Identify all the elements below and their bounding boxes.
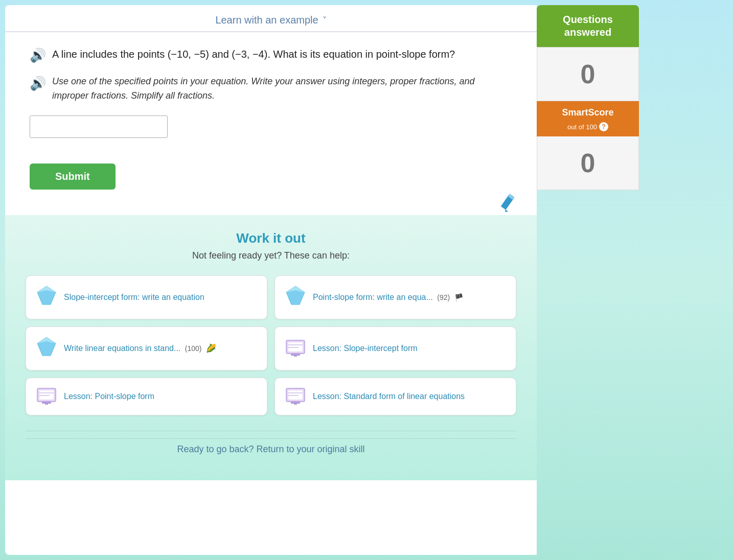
flag-icon-2: 🏴 — [454, 293, 463, 301]
question-area: 🔊 A line includes the points (−10, −5) a… — [5, 32, 537, 164]
answer-input-wrapper — [30, 115, 512, 138]
sound-icon-instruction[interactable]: 🔊 — [30, 76, 46, 91]
resource-label-2: Point-slope form: write an equa... (92) … — [313, 293, 463, 302]
svg-rect-10 — [288, 342, 303, 352]
smart-score-value-box: 0 — [537, 136, 639, 190]
page-wrapper: Learn with an example ˅ 🔊 A line include… — [0, 0, 733, 560]
instruction-text: Use one of the specified points in your … — [52, 75, 512, 103]
work-it-out-section: Work it out Not feeling ready yet? These… — [5, 215, 537, 480]
lesson-icon — [285, 387, 306, 406]
resource-card-slope-intercept[interactable]: Slope-intercept form: write an equation — [26, 275, 267, 319]
svg-rect-16 — [39, 390, 54, 400]
right-sidebar: Questions answered 0 SmartScore out of 1… — [537, 5, 639, 555]
svg-rect-26 — [294, 404, 297, 405]
resource-card-lesson-slope-intercept[interactable]: Lesson: Slope-intercept form — [274, 326, 516, 370]
learn-example-button[interactable]: Learn with an example ˅ — [215, 14, 326, 26]
resource-label-1: Slope-intercept form: write an equation — [64, 293, 204, 302]
questions-answered-box: Questions answered — [537, 5, 639, 47]
sound-icon-question[interactable]: 🔊 — [30, 48, 46, 63]
smart-score-label: SmartScore — [562, 107, 613, 118]
top-bar: Learn with an example ˅ — [5, 5, 537, 32]
svg-rect-25 — [291, 402, 300, 404]
svg-rect-13 — [291, 354, 300, 356]
resource-label-3: Write linear equations in stand... (100)… — [64, 343, 216, 353]
work-it-out-title: Work it out — [26, 230, 516, 246]
corn-icon-3: 🌽 — [206, 344, 216, 353]
smart-score-sublabel-row: out of 100 ? — [537, 121, 639, 136]
svg-rect-22 — [288, 390, 303, 400]
smart-score-sublabel-text: out of 100 — [567, 123, 597, 131]
badge-score-2: (92) — [437, 293, 450, 301]
smart-score-value: 0 — [581, 148, 595, 178]
svg-marker-1 — [504, 209, 509, 214]
resource-label-6: Lesson: Standard form of linear equation… — [313, 392, 465, 401]
resource-card-point-slope-write[interactable]: Point-slope form: write an equa... (92) … — [274, 275, 516, 319]
resource-card-lesson-standard-form[interactable]: Lesson: Standard form of linear equation… — [274, 378, 516, 415]
ready-go-back-text: Ready to go back? Return to your origina… — [26, 438, 516, 460]
badge-score-3: (100) — [185, 344, 202, 353]
questions-answered-label: Questions answered — [563, 14, 613, 38]
submit-area: Submit — [5, 164, 537, 205]
work-it-out-subtitle: Not feeling ready yet? These can help: — [26, 250, 516, 261]
chevron-down-icon: ˅ — [323, 15, 327, 25]
smart-score-header: SmartScore — [537, 101, 639, 121]
lesson-icon — [285, 339, 306, 358]
question-text: A line includes the points (−10, −5) and… — [52, 46, 455, 62]
help-circle-icon[interactable]: ? — [599, 122, 608, 131]
svg-rect-20 — [45, 404, 48, 405]
resource-card-linear-standard[interactable]: Write linear equations in stand... (100)… — [26, 326, 267, 370]
learn-example-label: Learn with an example — [215, 14, 318, 26]
instruction-block: 🔊 Use one of the specified points in you… — [30, 75, 512, 103]
pencil-icon[interactable] — [499, 194, 521, 221]
resource-grid: Slope-intercept form: write an equation … — [26, 275, 516, 415]
svg-rect-14 — [294, 356, 297, 357]
diamond-icon — [36, 336, 57, 361]
diamond-icon — [285, 285, 306, 310]
resource-card-lesson-point-slope[interactable]: Lesson: Point-slope form — [26, 378, 267, 415]
questions-count: 0 — [581, 59, 595, 89]
main-content: Learn with an example ˅ 🔊 A line include… — [5, 5, 537, 555]
resource-label-4: Lesson: Slope-intercept form — [313, 344, 418, 353]
resource-label-5: Lesson: Point-slope form — [64, 392, 154, 401]
submit-button[interactable]: Submit — [30, 164, 116, 190]
diamond-icon — [36, 285, 57, 310]
answer-input[interactable] — [30, 115, 168, 138]
lesson-icon — [36, 387, 57, 406]
question-block: 🔊 A line includes the points (−10, −5) a… — [30, 46, 512, 63]
questions-count-box: 0 — [537, 47, 639, 101]
svg-rect-19 — [42, 402, 51, 404]
